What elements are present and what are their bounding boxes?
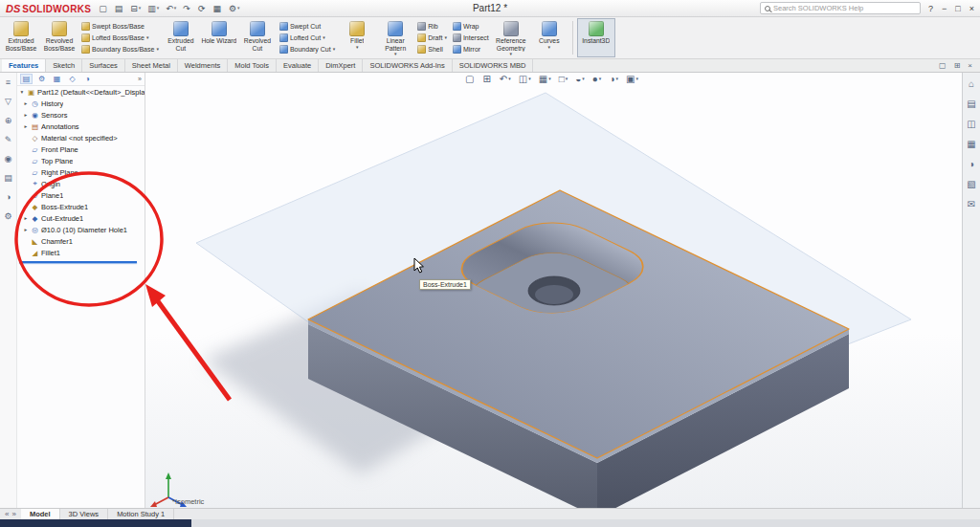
edit-appearance-icon[interactable]: ●▾ [592,74,602,84]
featuremanager-tab[interactable]: ▤ [20,74,33,84]
layers-icon[interactable]: ▤ [4,173,12,183]
tree-item-diameter-hole1[interactable]: ▸ ◎ Ø10.0 (10) Diameter Hole1 [17,224,145,235]
tab-sketch[interactable]: Sketch [46,59,82,72]
displaymanager-tab[interactable]: ◑ [81,74,94,84]
dropdown-caret-icon[interactable]: ▾ [323,35,325,40]
boundary-boss-base-button[interactable]: Boundary Boss/Base▾ [81,44,159,55]
expand-arrow-icon[interactable]: ▸ [23,112,29,118]
tab-solidworks-mbd[interactable]: SOLIDWORKS MBD [453,59,534,72]
tree-item-cut-extrude1[interactable]: ▸ ◆ Cut-Extrude1 [17,212,145,224]
dropdown-caret-icon[interactable]: ▾ [156,47,159,52]
revolved-boss-base-button[interactable]: Revolved Boss/Base [40,18,78,57]
tab-weldments[interactable]: Weldments [178,59,228,72]
draft-button[interactable]: Draft▾ [417,33,447,43]
help-search[interactable] [760,2,921,14]
resources-icon[interactable]: ⌂ [969,78,974,89]
swept-cut-button[interactable]: Swept Cut [279,21,335,32]
tree-item-material[interactable]: ◇ Material <not specified> [17,132,145,143]
tree-item-top-plane[interactable]: ▱ Top Plane [17,155,145,166]
model-scene[interactable] [145,73,962,508]
dropdown-caret-icon[interactable]: ▾ [146,35,149,40]
wrap-button[interactable]: Wrap [453,21,489,32]
extruded-cut-button[interactable]: Extruded Cut [162,18,200,57]
appearances-scenes-icon[interactable]: ◑ [969,159,974,169]
hole-wizard-button[interactable]: Hole Wizard [200,18,238,57]
viewport-close-icon[interactable]: × [968,61,972,70]
options-icon[interactable]: ⚙▾ [229,4,240,13]
rebuild-icon[interactable]: ⟳ [198,4,207,13]
tab-mold-tools[interactable]: Mold Tools [228,59,277,72]
dimxpertmanager-tab[interactable]: ◇ [66,74,78,84]
rollback-bar[interactable] [19,261,137,263]
restore-button[interactable]: □ [955,4,960,13]
instant3d-button[interactable]: Instant3D [577,18,615,57]
lofted-cut-button[interactable]: Lofted Cut▾ [279,33,335,43]
dropdown-caret-icon[interactable]: ▾ [444,35,447,40]
tab-features[interactable]: Features [2,59,46,72]
section-view-icon[interactable]: ◫▾ [519,74,531,84]
shell-button[interactable]: Shell [417,44,447,55]
expand-arrow-icon[interactable]: ▸ [23,204,29,209]
viewport-split-icon[interactable]: ⊞ [954,61,961,70]
previous-view-icon[interactable]: ↶▾ [500,74,511,84]
filter-icon[interactable]: ▽ [5,97,11,106]
extruded-boss-base-button[interactable]: Extruded Boss/Base [2,18,40,57]
expand-arrow-icon[interactable]: ▾ [19,89,25,95]
view-palette-icon[interactable]: ▦ [967,139,975,149]
search-input[interactable] [773,4,916,12]
new-file-icon[interactable]: ▢ [99,4,108,13]
tree-item-history[interactable]: ▸ ◷ History [17,98,145,109]
tab-scroll-left-icon[interactable]: « [5,510,9,518]
tree-item-fillet1[interactable]: ◢ Fillet1 [17,247,145,258]
swept-boss-base-button[interactable]: Swept Boss/Base [81,21,159,32]
curves-button[interactable]: Curves▾ [530,18,568,57]
expand-arrow-icon[interactable]: ▸ [23,227,29,232]
tab-sheet-metal[interactable]: Sheet Metal [125,59,178,72]
close-button[interactable]: × [969,4,974,13]
revolved-cut-button[interactable]: Revolved Cut [238,18,277,57]
expand-tree-icon[interactable]: ⊕ [5,116,12,125]
model-tab[interactable]: Model [21,509,60,519]
print-icon[interactable]: ▥▾ [147,4,159,13]
design-library-icon[interactable]: ▤ [967,99,975,109]
dropdown-caret-icon[interactable]: ▾ [548,45,551,50]
configurationmanager-tab[interactable]: ▦ [51,74,63,84]
pin-icon[interactable]: ◉ [5,154,12,164]
tree-item-plane1[interactable]: ▱ Plane1 [17,189,145,201]
apply-scene-icon[interactable]: ◑▾ [609,74,618,84]
forum-icon[interactable]: ✉ [968,199,975,209]
minimize-button[interactable]: − [942,4,947,13]
hide-show-items-icon[interactable]: ◒▾ [575,74,585,84]
tree-item-right-plane[interactable]: ▱ Right Plane [17,166,145,178]
custom-properties-icon[interactable]: ▧ [967,179,975,189]
tab-evaluate[interactable]: Evaluate [277,59,319,72]
linear-pattern-button[interactable]: Linear Pattern▾ [376,18,414,57]
reference-geometry-button[interactable]: Reference Geometry▾ [492,18,530,57]
tree-item-boss-extrude1[interactable]: ▸ ◆ Boss-Extrude1 [17,201,145,212]
zoom-area-icon[interactable]: ⊞ [482,74,491,84]
tree-item-origin[interactable]: ⌖ Origin [17,178,145,189]
dropdown-caret-icon[interactable]: ▾ [356,45,359,50]
tree-item-sensors[interactable]: ▸ ◉ Sensors [17,109,145,121]
expand-arrow-icon[interactable]: ▸ [23,215,29,221]
mirror-button[interactable]: Mirror [453,44,489,55]
rib-button[interactable]: Rib [417,21,447,32]
tab-scroll-right-icon[interactable]: » [11,510,15,518]
3d-views-tab[interactable]: 3D Views [60,509,109,519]
expand-arrow-icon[interactable]: ▸ [23,123,29,129]
tree-item-chamfer1[interactable]: ◣ Chamfer1 [17,235,145,247]
zoom-fit-icon[interactable]: ▢ [465,74,475,84]
save-icon[interactable]: ⊟▾ [130,4,141,13]
propertymanager-tab[interactable]: ⚙ [35,74,48,84]
panel-expand-chevron-icon[interactable]: » [138,76,142,82]
dropdown-caret-icon[interactable]: ▾ [394,52,397,56]
file-explorer-icon[interactable]: ◫ [967,119,975,129]
tab-dimxpert[interactable]: DimXpert [319,59,363,72]
file-properties-icon[interactable]: ▦ [212,4,222,13]
lofted-boss-base-button[interactable]: Lofted Boss/Base▾ [81,33,159,43]
menu-icon[interactable]: ≡ [6,77,11,87]
expand-arrow-icon[interactable]: ▸ [23,100,29,106]
tab-surfaces[interactable]: Surfaces [82,59,125,72]
tree-settings-icon[interactable]: ⚙ [4,211,11,221]
boundary-cut-button[interactable]: Boundary Cut▾ [279,44,335,55]
